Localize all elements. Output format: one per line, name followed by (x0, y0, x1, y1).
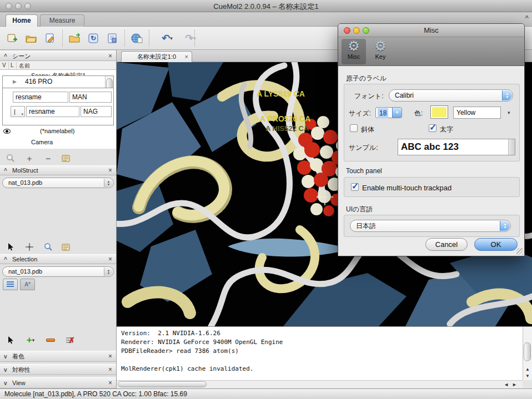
dialog-title-bar[interactable]: Misc (338, 24, 524, 37)
size-label: サイズ: (349, 109, 371, 118)
reload-icon[interactable]: ↻ (87, 32, 100, 45)
coloring-panel-header[interactable]: v 着色 × (0, 351, 116, 362)
dialog-toolbar: ⚙ Misc ⚙ Key (338, 37, 524, 66)
open-pdb-web-icon[interactable] (130, 32, 143, 45)
clear-selection-icon[interactable]: ✗ (63, 334, 76, 346)
scroll-left-icon[interactable]: ◄ (504, 382, 512, 387)
log-line: Version: 2.1 NVIDIA-1.6.26 (121, 330, 523, 339)
collapse-icon[interactable]: ^ (4, 166, 7, 175)
molstruct-panel-header[interactable]: ^ MolStruct × (0, 165, 116, 175)
selection-panel-header[interactable]: ^ Selection × (0, 254, 116, 264)
collapse-icon[interactable]: ^ (4, 52, 7, 61)
close-icon[interactable]: × (108, 255, 112, 264)
status-text: Molecule [nat_013.pdb], A PRO 520 CA Occ… (4, 390, 187, 398)
dropdown-arrow-icon[interactable]: ▼ (392, 108, 401, 118)
multitouch-label: Enable multi-touch trackpad (362, 184, 451, 192)
zoom-to-icon[interactable] (4, 152, 17, 164)
tab-measure[interactable]: Measure (40, 14, 84, 27)
zoom-to-residue-icon[interactable] (42, 241, 54, 253)
sample-preview-field[interactable]: ABC abc 123 (398, 139, 515, 155)
save-scene-icon[interactable] (43, 32, 57, 45)
resize-grip[interactable] (516, 248, 523, 255)
add-term-button[interactable]: + ▾ (22, 334, 39, 346)
tree-row[interactable]: Camera (0, 137, 116, 148)
log-horizontal-scrollbar[interactable]: ◄► (117, 380, 523, 388)
close-icon[interactable]: × (108, 365, 112, 375)
molstruct-molecule-select[interactable]: nat_013.pdb ▲▼ (2, 178, 114, 188)
selection-value-field[interactable] (81, 106, 112, 117)
center-view-icon[interactable] (23, 241, 36, 253)
add-object-icon[interactable]: + (23, 152, 36, 164)
bold-checkbox[interactable]: ✓ (429, 124, 436, 132)
color-swatch[interactable] (430, 105, 448, 119)
tab-list-mode[interactable] (3, 279, 18, 290)
log-console: Version: 2.1 NVIDIA-1.6.26 Renderer: NVI… (117, 326, 532, 388)
language-select[interactable]: 日本語 ▲▼ (350, 220, 511, 232)
stepper-icon[interactable]: ▲▼ (104, 179, 113, 187)
color-name-field[interactable] (453, 107, 501, 119)
operator-select[interactable]: | ▾ (11, 106, 25, 117)
col-lock: L (11, 62, 14, 68)
selection-value-field[interactable] (69, 92, 112, 103)
scene-panel-header[interactable]: ^ シーン × (0, 51, 116, 61)
redo-icon: ↷ (185, 33, 193, 43)
ribbon-collapse-icon[interactable]: ^ (525, 14, 529, 21)
tab-home[interactable]: Home (6, 14, 38, 27)
plus-icon: + (27, 336, 32, 345)
tab-expression-mode[interactable]: A* (20, 279, 35, 290)
camera-node-label: Camera (31, 137, 53, 148)
collapse-icon[interactable]: v (4, 351, 7, 362)
sample-text: ABC abc 123 (401, 142, 459, 152)
scene-info-icon[interactable] (106, 32, 119, 45)
selection-key-field[interactable] (26, 106, 79, 117)
properties-icon[interactable] (60, 152, 72, 164)
open-scene-icon[interactable] (24, 32, 38, 45)
properties-icon[interactable] (60, 241, 72, 253)
select-cursor-icon[interactable] (4, 241, 17, 253)
collapse-icon[interactable]: ^ (4, 255, 7, 264)
stepper-icon[interactable]: ▲▼ (502, 90, 512, 100)
log-vertical-scrollbar[interactable]: ▲ ▼ (523, 327, 532, 380)
collapse-icon[interactable]: v (4, 365, 7, 375)
close-icon[interactable]: × (108, 351, 112, 362)
scroll-right-icon[interactable]: ► (512, 382, 520, 387)
color-dropdown-icon[interactable]: ▾ (508, 110, 510, 115)
redo-button[interactable]: ↷ ▾ (181, 32, 200, 45)
italic-checkbox[interactable]: ✓ (350, 124, 358, 132)
stepper-icon[interactable]: ▲▼ (104, 267, 113, 276)
select-cursor-icon[interactable] (4, 334, 17, 346)
selection-molecule-value: nat_013.pdb (8, 268, 42, 275)
remove-object-icon[interactable]: − (42, 152, 54, 164)
tree-row[interactable]: (*namelabel) (0, 125, 116, 137)
multitouch-checkbox[interactable]: ✓ (351, 183, 359, 191)
undo-button[interactable]: ↶ ▾ (158, 32, 177, 45)
view-tab[interactable]: 名称未設定1:0 × (121, 51, 192, 62)
selection-key-field[interactable] (13, 92, 68, 103)
log-text[interactable]: Version: 2.1 NVIDIA-1.6.26 Renderer: NVI… (117, 327, 523, 380)
stepper-icon[interactable]: ▲▼ (500, 221, 510, 231)
ok-button[interactable]: OK (474, 238, 518, 251)
eye-icon[interactable] (3, 129, 11, 134)
collapse-icon[interactable]: v (4, 378, 7, 388)
new-scene-icon[interactable] (6, 32, 19, 45)
residue-row[interactable]: ▶ 416 PRO (3, 76, 113, 88)
remove-term-icon[interactable] (44, 334, 57, 346)
view-panel-title: View (12, 378, 26, 388)
pref-page-misc[interactable]: ⚙ Misc (342, 39, 366, 64)
title-bar[interactable]: CueMol2 2.0.0.94 – 名称未設定1 (0, 0, 532, 12)
atom-label: A LYS519 CA (257, 89, 305, 98)
size-combo[interactable]: 18 ▼ (375, 107, 402, 118)
selection-molecule-select[interactable]: nat_013.pdb ▲▼ (2, 266, 114, 277)
close-icon[interactable]: × (108, 52, 112, 61)
close-icon[interactable]: × (108, 378, 112, 388)
pref-page-key[interactable]: ⚙ Key (368, 39, 393, 64)
caret-down-icon: ▾ (32, 337, 35, 343)
open-file-icon[interactable] (68, 32, 81, 45)
close-icon[interactable]: × (108, 166, 112, 175)
expand-icon[interactable]: ▶ (13, 76, 17, 88)
symmetry-panel-header[interactable]: v 対称性 × (0, 364, 116, 375)
view-panel-header[interactable]: v View × (0, 377, 116, 388)
font-select[interactable]: Calibri ▲▼ (389, 89, 513, 102)
cancel-button[interactable]: Cancel (425, 238, 468, 251)
view-tab-close-icon[interactable]: × (185, 52, 188, 62)
